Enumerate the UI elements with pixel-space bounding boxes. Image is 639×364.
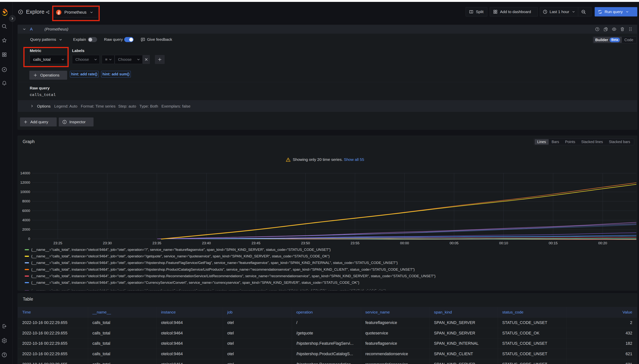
svg-text:10000: 10000 <box>20 190 30 194</box>
svg-text:23:45: 23:45 <box>252 241 260 245</box>
svg-text:00:00: 00:00 <box>400 241 409 245</box>
svg-text:00:05: 00:05 <box>450 241 459 245</box>
svg-text:23:25: 23:25 <box>53 241 62 245</box>
svg-text:23:35: 23:35 <box>152 241 162 245</box>
svg-text:23:30: 23:30 <box>103 241 112 245</box>
svg-text:23:55: 23:55 <box>350 241 360 245</box>
svg-text:2000: 2000 <box>22 228 30 232</box>
svg-text:23:50: 23:50 <box>301 241 310 245</box>
svg-text:00:15: 00:15 <box>549 241 558 245</box>
svg-text:4000: 4000 <box>22 218 30 222</box>
svg-text:6000: 6000 <box>22 209 30 213</box>
svg-text:8000: 8000 <box>22 199 30 203</box>
svg-text:23:40: 23:40 <box>202 241 211 245</box>
svg-text:00:20: 00:20 <box>598 241 607 245</box>
svg-text:0: 0 <box>28 237 30 241</box>
svg-text:00:10: 00:10 <box>499 241 508 245</box>
svg-text:14000: 14000 <box>20 171 30 175</box>
svg-text:12000: 12000 <box>20 180 30 184</box>
